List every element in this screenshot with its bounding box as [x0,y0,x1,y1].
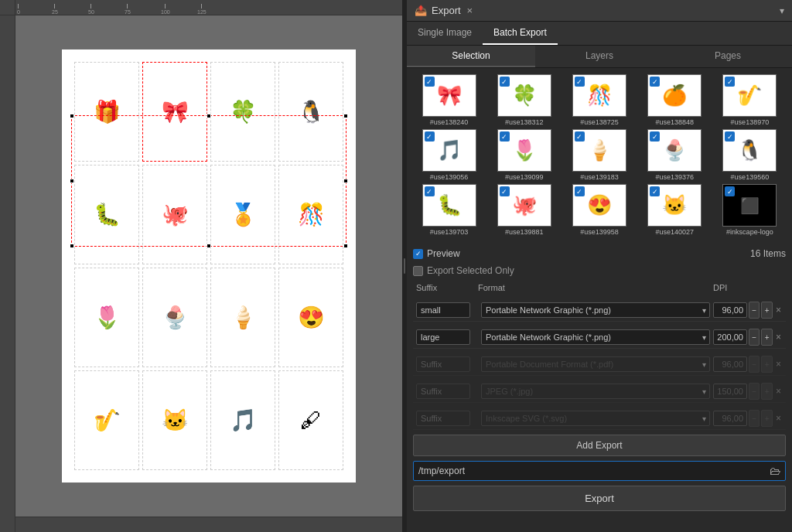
preview-label: Preview [427,248,460,259]
list-item[interactable]: 🐧 #use139560 [714,129,786,181]
list-item[interactable]: 🎀 #use138240 [413,74,485,126]
export-button[interactable]: Export [413,486,786,511]
list-item[interactable]: ⬛ #inkscape-logo [714,184,786,236]
thumb-checkbox-2[interactable] [500,77,510,87]
col-format-header: Format [478,283,713,292]
thumb-checkbox-4[interactable] [650,77,660,87]
dpi-input-2[interactable] [713,329,747,345]
thumb-checkbox-9[interactable] [650,131,660,142]
list-item[interactable]: 😍 #use139958 [563,184,635,236]
dpi-input-1[interactable] [713,302,747,318]
thumb-checkbox-3[interactable] [575,77,585,87]
remove-btn-4[interactable]: × [774,386,783,397]
ruler-top: 0 25 50 75 100 125 [0,0,402,15]
canvas-item: 🍨 [142,268,207,367]
thumb-checkbox-6[interactable] [425,131,435,142]
dpi-control-4: − + × [713,383,783,400]
format-wrapper-1: Portable Network Graphic (*.png) [481,302,710,318]
thumb-checkbox-10[interactable] [725,131,735,142]
dpi-minus-btn-2[interactable]: − [749,329,760,346]
thumb-checkbox-5[interactable] [725,77,735,87]
thumb-checkbox-12[interactable] [500,186,510,196]
thumb-checkbox-1[interactable] [425,77,435,87]
preview-checkbox-label: Preview [413,248,460,259]
list-item[interactable]: 🎵 #use139056 [413,129,485,181]
path-input[interactable] [418,466,766,476]
handle-br[interactable] [343,244,348,248]
tab-single-image[interactable]: Single Image [407,22,483,45]
sub-tab-pages[interactable]: Pages [664,46,792,67]
suffix-input-5 [416,411,470,426]
format-select-1[interactable]: Portable Network Graphic (*.png) [481,302,710,318]
path-row: 🗁 [413,461,786,481]
tab-batch-export[interactable]: Batch Export [483,22,558,45]
thumb-label-9: #use139376 [655,173,694,181]
list-item[interactable]: 🐛 #use139703 [413,184,485,236]
thumb-checkbox-14[interactable] [650,186,660,196]
dpi-plus-btn-2[interactable]: + [761,329,772,346]
thumb-img-15: ⬛ [722,184,777,227]
ruler-corner [0,0,15,15]
format-select-2[interactable]: Portable Network Graphic (*.png) [481,329,710,345]
thumbnail-grid: 🎀 #use138240 🍀 #use138312 🎊 #use138725 🍊 [407,68,792,242]
preview-row: Preview 16 Items [413,247,786,261]
thumb-label-3: #use138725 [580,118,619,126]
thumb-img-13: 😍 [572,184,626,227]
list-item[interactable]: 🍨 #use139376 [639,129,711,181]
thumb-label-10: #use139560 [731,173,770,181]
thumb-checkbox-8[interactable] [575,131,585,142]
export-selected-label: Export Selected Only [427,265,514,276]
remove-btn-1[interactable]: × [774,305,783,315]
dpi-minus-btn-3: − [749,356,760,373]
list-item[interactable]: 🐙 #use139881 [488,184,560,236]
sub-tabs: Selection Layers Pages [407,46,792,68]
export-selected-row: Export Selected Only [413,265,786,276]
list-item[interactable]: 🍦 #use139183 [563,129,635,181]
canvas-item: 😍 [278,268,343,367]
sub-tab-layers[interactable]: Layers [535,46,664,67]
export-row-3: Portable Document Format (*.pdf) − + × [413,353,786,376]
thumb-checkbox-11[interactable] [425,186,435,196]
thumb-label-7: #use139099 [505,173,544,181]
thumb-label-1: #use138240 [430,118,469,126]
preview-checkbox[interactable] [413,249,423,259]
suffix-input-2[interactable] [416,329,470,345]
thumb-label-15: #inkscape-logo [726,228,773,236]
list-item[interactable]: 🌷 #use139099 [488,129,560,181]
panel-close-btn[interactable]: × [467,5,473,16]
remove-btn-2[interactable]: × [774,332,783,343]
list-item[interactable]: 🍀 #use138312 [488,74,560,126]
thumb-checkbox-15[interactable] [725,186,735,196]
format-select-3: Portable Document Format (*.pdf) [481,356,710,372]
list-item[interactable]: 🍊 #use138848 [639,74,711,126]
dpi-control-3: − + × [713,356,783,373]
panel-title-text: Export [432,5,461,16]
remove-btn-5[interactable]: × [774,413,783,424]
suffix-input-3 [416,356,470,372]
col-dpi-header: DPI [713,283,783,292]
handle-mr[interactable] [343,179,348,183]
list-item[interactable]: 🐱 #use140027 [639,184,711,236]
canvas-item: 🍦 [210,268,275,367]
dpi-minus-btn-1[interactable]: − [749,302,760,319]
handle-tr[interactable] [343,114,348,118]
dpi-plus-btn-5: + [761,410,772,427]
thumb-checkbox-7[interactable] [500,131,510,142]
thumb-label-8: #use139183 [580,173,619,181]
list-item[interactable]: 🎊 #use138725 [563,74,635,126]
panel-collapse-btn[interactable]: ▾ [780,5,784,16]
export-row-1: Portable Network Graphic (*.png) − + × [413,299,786,322]
format-wrapper-3: Portable Document Format (*.pdf) [481,356,710,372]
dpi-plus-btn-1[interactable]: + [761,302,772,319]
export-selected-checkbox[interactable] [413,266,423,276]
suffix-input-1[interactable] [416,302,470,318]
thumb-label-4: #use138848 [655,118,694,126]
list-item[interactable]: 🎷 #use138970 [714,74,786,126]
folder-browse-button[interactable]: 🗁 [770,465,780,477]
canvas-item: 🎊 [278,165,343,264]
dpi-plus-btn-4: + [761,383,772,400]
thumb-checkbox-13[interactable] [575,186,585,196]
remove-btn-3[interactable]: × [774,359,783,370]
sub-tab-selection[interactable]: Selection [407,46,535,67]
add-export-button[interactable]: Add Export [413,435,786,456]
